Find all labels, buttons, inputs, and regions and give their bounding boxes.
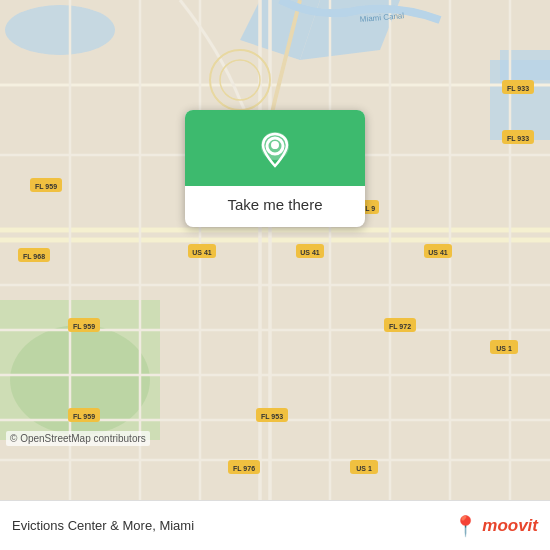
svg-text:US 41: US 41: [300, 249, 320, 256]
svg-text:US 1: US 1: [356, 465, 372, 472]
svg-rect-5: [500, 50, 550, 80]
location-popup[interactable]: Take me there: [185, 110, 365, 227]
svg-point-64: [271, 141, 279, 149]
moovit-pin-icon: 📍: [453, 514, 478, 538]
popup-tail: [265, 226, 285, 227]
svg-text:US 1: US 1: [496, 345, 512, 352]
bottom-bar: Evictions Center & More, Miami 📍 moovit: [0, 500, 550, 550]
svg-text:FL 959: FL 959: [73, 323, 95, 330]
take-me-there-button[interactable]: Take me there: [185, 186, 365, 227]
location-pin-icon: [253, 128, 297, 172]
popup-header: [185, 110, 365, 186]
moovit-brand-text: moovit: [482, 516, 538, 536]
location-name: Evictions Center & More, Miami: [12, 518, 194, 533]
svg-text:US 41: US 41: [428, 249, 448, 256]
svg-text:FL 968: FL 968: [23, 253, 45, 260]
svg-text:FL 972: FL 972: [389, 323, 411, 330]
svg-text:FL 959: FL 959: [35, 183, 57, 190]
map-container: FL 962 FL 959 FL 968 FL 9 FL 933 FL 933 …: [0, 0, 550, 500]
map-attribution: © OpenStreetMap contributors: [6, 431, 150, 446]
svg-text:FL 976: FL 976: [233, 465, 255, 472]
svg-text:FL 953: FL 953: [261, 413, 283, 420]
svg-text:US 41: US 41: [192, 249, 212, 256]
svg-text:FL 933: FL 933: [507, 135, 529, 142]
moovit-logo: 📍 moovit: [453, 514, 538, 538]
svg-text:FL 933: FL 933: [507, 85, 529, 92]
svg-text:FL 959: FL 959: [73, 413, 95, 420]
svg-point-3: [5, 5, 115, 55]
